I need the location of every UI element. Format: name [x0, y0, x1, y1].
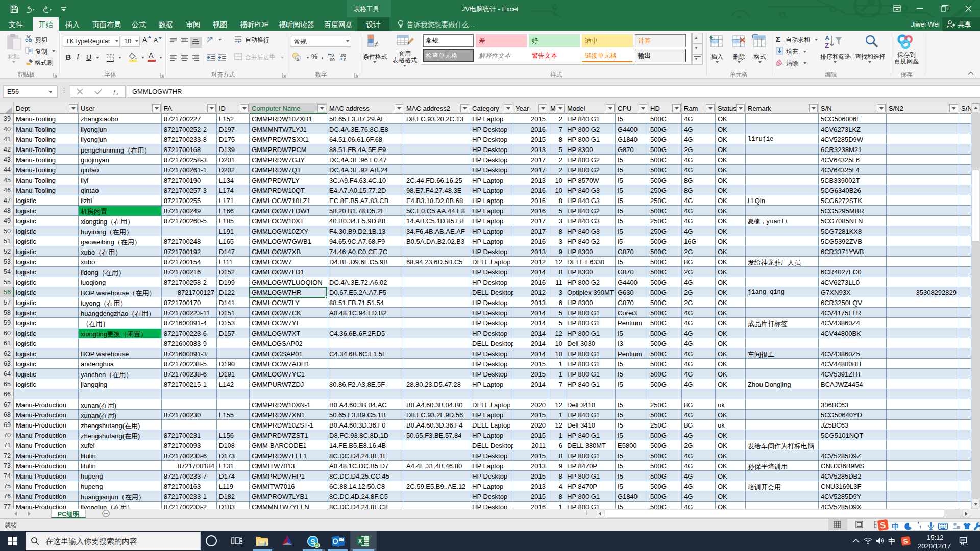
svg-text:≠: ≠ [374, 40, 379, 48]
svg-text:ab: ab [207, 36, 212, 40]
svg-text:X: X [358, 538, 362, 545]
svg-text:x: x [116, 91, 118, 95]
svg-text:$: $ [297, 57, 299, 62]
svg-text:Z: Z [825, 42, 829, 49]
svg-text:A: A [825, 34, 830, 42]
svg-text:.00: .00 [329, 57, 335, 62]
svg-text:.0: .0 [342, 57, 346, 62]
